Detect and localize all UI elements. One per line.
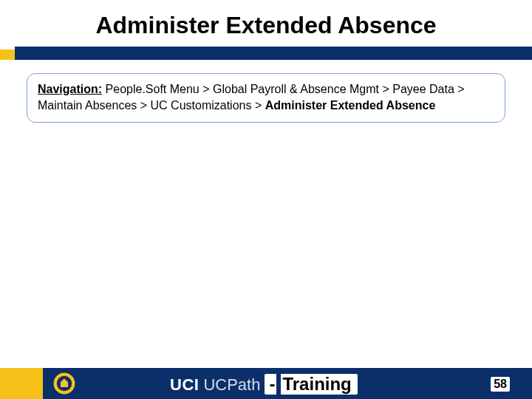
brand-training: Training xyxy=(281,374,357,395)
uc-seal-icon xyxy=(52,371,77,396)
footer-gold-block xyxy=(0,368,43,399)
slide-title: Administer Extended Absence xyxy=(0,0,532,47)
navigation-final: Administer Extended Absence xyxy=(265,99,436,112)
navigation-label: Navigation: xyxy=(38,83,102,95)
footer: UCI UCPath - Training 58 xyxy=(0,368,532,399)
blue-bar xyxy=(15,47,532,60)
footer-brand: UCI UCPath - Training xyxy=(170,374,358,395)
brand-uci: UCI xyxy=(170,375,199,395)
page-number: 58 xyxy=(491,377,510,392)
navigation-callout: Navigation: People.Soft Menu > Global Pa… xyxy=(27,73,505,123)
brand-dash: - xyxy=(265,374,276,395)
brand-ucpath: UCPath xyxy=(203,375,260,395)
divider-bars xyxy=(0,47,532,60)
